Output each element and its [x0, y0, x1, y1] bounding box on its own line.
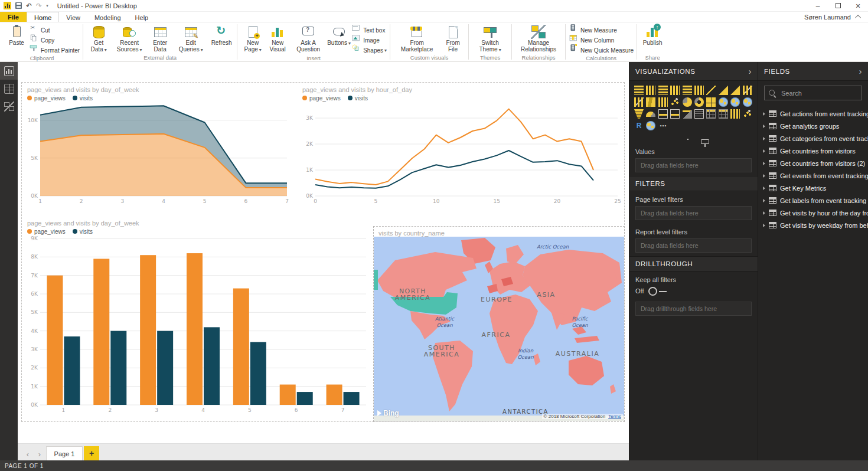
next-page-icon[interactable]: › — [34, 447, 45, 460]
line-chart-icon[interactable] — [706, 86, 716, 95]
ribbon-button-new-measure[interactable]: New Measure — [569, 25, 634, 35]
ribbon-button-buttons[interactable]: Buttons — [327, 24, 351, 54]
stacked-column-chart-icon[interactable] — [646, 86, 655, 95]
world-map-svg[interactable]: Arctic OceanNORTHAMERICAEUROPEASIAAtlant… — [374, 237, 624, 421]
r-script-visual-icon[interactable]: R — [634, 121, 644, 130]
legend-item-visits[interactable]: visits — [73, 228, 93, 235]
values-drop-zone[interactable]: Drag data fields here — [635, 158, 752, 172]
100-stacked-bar-chart-icon[interactable] — [683, 86, 692, 95]
visual-area-chart[interactable]: page_views and visits by day_of_week pag… — [22, 83, 293, 212]
ribbon-button-publish[interactable]: Publish — [640, 24, 665, 54]
legend-item-page-views[interactable]: page_views — [302, 95, 341, 102]
legend-item-visits[interactable]: visits — [348, 95, 368, 102]
funnel-icon[interactable] — [634, 109, 644, 119]
ribbon-button-manage-relationships[interactable]: Manage Relationships — [515, 24, 562, 54]
expand-icon[interactable] — [763, 162, 765, 165]
ribbon-button-new-quick-measure[interactable]: New Quick Measure — [569, 45, 634, 55]
bing-logo[interactable]: Bing — [377, 409, 399, 417]
map-icon[interactable] — [719, 97, 728, 107]
kpi-icon[interactable] — [683, 109, 692, 119]
expand-icon[interactable] — [763, 149, 765, 153]
filled-map-icon[interactable] — [730, 97, 740, 107]
field-item[interactable]: Get events from event tracking — [758, 169, 868, 182]
line-and-stacked-column-chart-icon[interactable] — [743, 86, 752, 95]
visual-column-chart[interactable]: page_views and visits by day_of_week pag… — [22, 217, 372, 421]
ribbon-button-ask-a-question[interactable]: Ask A Question — [290, 24, 327, 54]
line-and-clustered-column-chart-icon[interactable] — [634, 97, 644, 107]
tab-help[interactable]: Help — [128, 12, 156, 22]
minimize-icon[interactable]: – — [808, 0, 828, 12]
stacked-area-chart-icon[interactable] — [730, 86, 740, 95]
expand-icon[interactable] — [763, 125, 765, 128]
clustered-bar-chart-icon[interactable] — [658, 86, 668, 95]
collapse-panel-icon[interactable]: › — [859, 67, 862, 76]
collapse-ribbon-icon[interactable] — [855, 15, 861, 21]
area-chart-svg[interactable]: 0K5K10K1234567 — [22, 102, 293, 205]
more-options-icon[interactable]: ⋯ — [658, 121, 668, 130]
field-item[interactable]: Get visits by hour of the day fro... — [758, 207, 868, 219]
field-item[interactable]: Get visits by weekday from beh... — [758, 219, 868, 231]
ribbon-button-new-column[interactable]: New Column — [569, 35, 634, 45]
stacked-bar-chart-icon[interactable] — [634, 86, 644, 95]
tab-modeling[interactable]: Modeling — [87, 12, 128, 22]
add-page-button[interactable]: + — [84, 446, 99, 460]
ribbon-button-switch-theme[interactable]: Switch Theme — [472, 24, 508, 54]
scatter-chart-icon[interactable] — [670, 97, 680, 107]
qat-customize-icon[interactable]: ▾ — [46, 4, 48, 8]
field-item[interactable]: Get Key Metrics — [758, 182, 868, 194]
search-input[interactable] — [780, 89, 858, 97]
matrix-icon[interactable] — [719, 109, 728, 119]
ribbon-button-enter-data[interactable]: Enter Data — [148, 24, 172, 54]
shape-map-icon[interactable] — [743, 97, 752, 107]
ribbon-button-recent-sources[interactable]: Recent Sources — [111, 24, 148, 54]
undo-icon[interactable]: ↶ — [26, 2, 32, 9]
report-level-filters-drop-zone[interactable]: Drag data fields here — [635, 238, 752, 253]
multi-row-card-icon[interactable] — [670, 109, 680, 119]
donut-chart-icon[interactable] — [694, 97, 704, 107]
ribbon-button-new-visual[interactable]: New Visual — [265, 24, 290, 54]
line-chart-svg[interactable]: 0K1K2K3K0510152025 — [298, 102, 624, 205]
treemap-icon[interactable] — [706, 97, 716, 107]
legend-item-visits[interactable]: visits — [73, 95, 93, 102]
legend-item-page-views[interactable]: page_views — [27, 95, 66, 102]
signed-in-user[interactable]: Søren Laumand — [804, 14, 851, 21]
expand-icon[interactable] — [763, 199, 765, 202]
save-icon[interactable] — [15, 2, 22, 9]
field-item[interactable]: Get countries from visitors — [758, 145, 868, 157]
100-stacked-column-chart-icon[interactable] — [694, 86, 704, 95]
report-canvas[interactable]: page_views and visits by day_of_week pag… — [18, 62, 629, 460]
expand-icon[interactable] — [763, 211, 765, 215]
ribbon-button-paste[interactable]: Paste — [4, 24, 29, 54]
visual-map[interactable]: visits by country_name — [374, 227, 624, 421]
waterfall-chart-icon[interactable] — [658, 97, 668, 107]
ribbon-button-get-data[interactable]: Get Data — [86, 24, 111, 54]
gauge-icon[interactable] — [646, 112, 655, 117]
field-item[interactable]: Get labels from event tracking — [758, 194, 868, 207]
collapse-panel-icon[interactable]: › — [749, 67, 752, 76]
page-level-filters-drop-zone[interactable]: Drag data fields here — [635, 206, 752, 220]
ribbon-button-shapes[interactable]: Shapes — [351, 45, 387, 55]
column-chart-svg[interactable]: 0K1K2K3K4K5K6K7K8K9K1234567 — [22, 235, 372, 414]
field-item[interactable]: Get actions from event tracking — [758, 107, 868, 120]
tab-home[interactable]: Home — [27, 12, 59, 22]
page-tab[interactable]: Page 1 — [46, 446, 83, 460]
field-item[interactable]: Get categories from event tracki... — [758, 132, 868, 145]
expand-icon[interactable] — [763, 187, 765, 190]
data-view-button[interactable] — [0, 80, 18, 97]
map-container[interactable]: Arctic OceanNORTHAMERICAEUROPEASIAAtlant… — [374, 237, 624, 421]
previous-page-icon[interactable]: ‹ — [22, 447, 33, 460]
close-icon[interactable]: × — [848, 0, 868, 12]
ribbon-chart-icon[interactable] — [646, 97, 655, 107]
expand-icon[interactable] — [763, 137, 765, 140]
field-item[interactable]: Get analytics groups — [758, 120, 868, 132]
custom-visual-icon[interactable] — [743, 109, 752, 119]
tab-view[interactable]: View — [59, 12, 87, 22]
ribbon-button-from-marketplace[interactable]: From Marketplace — [393, 24, 440, 54]
report-view-button[interactable] — [0, 62, 18, 80]
table-icon[interactable] — [706, 109, 716, 119]
pie-chart-icon[interactable] — [683, 97, 692, 107]
terms-link[interactable]: Terms — [608, 414, 621, 419]
keep-all-filters-toggle[interactable] — [648, 287, 668, 295]
ribbon-button-refresh[interactable]: Refresh — [209, 24, 234, 54]
area-chart-icon[interactable] — [719, 86, 728, 95]
